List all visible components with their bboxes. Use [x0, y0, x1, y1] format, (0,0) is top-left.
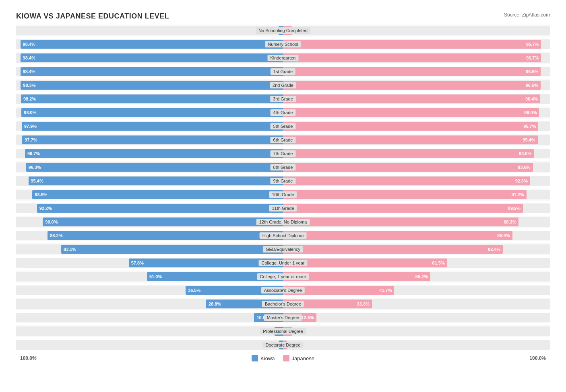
footer-left-value: 100.0% — [20, 355, 37, 361]
right-bar-value: 41.7% — [379, 288, 393, 293]
right-bar-value: 96.0% — [524, 110, 538, 115]
right-bar-value: 1.5% — [288, 343, 298, 347]
left-bar: 92.2% — [37, 204, 283, 213]
legend-japanese: Japanese — [283, 355, 314, 361]
left-bar: 93.9% — [32, 190, 283, 199]
right-bar: 92.6% — [283, 177, 530, 185]
right-bar-value: 33.3% — [357, 302, 371, 306]
left-bar: 95.4% — [29, 177, 283, 185]
chart-container: KIOWA VS JAPANESE EDUCATION LEVEL Source… — [8, 8, 558, 369]
left-bar-value: 92.2% — [38, 206, 52, 211]
right-bar: 33.3% — [283, 300, 372, 308]
left-bar: 88.2% — [48, 231, 283, 240]
bar-row: 51.0%55.2%College, 1 year or more — [16, 271, 550, 283]
right-bar-value: 3.3% — [293, 28, 303, 33]
right-bar-value: 12.5% — [302, 315, 316, 320]
bar-row: 98.4%96.7%Nursery School — [16, 38, 550, 50]
chart-footer: 100.0% Kiowa Japanese 100.0% — [16, 355, 550, 361]
right-bar: 3.5% — [283, 327, 292, 336]
kiowa-label: Kiowa — [260, 355, 275, 361]
left-bar-value: 96.3% — [27, 165, 41, 170]
right-bar-value: 61.5% — [432, 261, 446, 265]
left-bar-value: 98.2% — [22, 96, 36, 101]
left-bar: 98.4% — [21, 53, 283, 62]
bar-row: 3.1%3.5%Professional Degree — [16, 325, 550, 337]
left-bar-value: 1.6% — [267, 28, 277, 33]
left-bar: 83.1% — [61, 245, 283, 254]
legend-kiowa: Kiowa — [252, 355, 275, 361]
bar-row: 83.1%82.4%GED/Equivalency — [16, 243, 550, 255]
right-bar-value: 96.7% — [526, 42, 540, 47]
bar-row: 98.3%96.5%2nd Grade — [16, 79, 550, 91]
left-bar-value: 88.2% — [48, 233, 62, 238]
left-bar-value: 95.4% — [29, 179, 43, 183]
right-bar-value: 96.5% — [526, 83, 540, 88]
right-bar-value: 3.5% — [293, 329, 304, 334]
bar-row: 97.9%95.7%5th Grade — [16, 120, 550, 132]
left-bar-value: 93.9% — [33, 192, 47, 197]
left-bar: 97.7% — [22, 135, 283, 144]
bar-row: 95.4%92.6%9th Grade — [16, 175, 550, 187]
right-bar: 12.5% — [283, 313, 316, 322]
right-bar-value: 96.7% — [526, 55, 540, 60]
bar-row: 96.3%93.6%8th Grade — [16, 161, 550, 173]
chart-area: 1.6%3.3%No Schooling Completed98.4%96.7%… — [16, 25, 550, 351]
bar-row: 28.8%33.3%Bachelor's Degree — [16, 298, 550, 310]
left-bar: 97.9% — [22, 122, 283, 131]
left-bar-value: 98.4% — [21, 55, 35, 60]
right-bar-value: 85.9% — [497, 233, 511, 238]
right-bar-value: 93.6% — [518, 165, 532, 170]
left-bar: 98.4% — [21, 40, 283, 49]
left-bar: 98.4% — [21, 67, 283, 76]
left-bar-value: 1.5% — [268, 343, 278, 347]
bar-row: 98.2%96.4%3rd Grade — [16, 93, 550, 105]
left-bar-value: 98.0% — [22, 110, 36, 115]
right-bar: 95.4% — [283, 135, 538, 144]
right-bar: 41.7% — [283, 286, 394, 295]
right-bar-value: 82.4% — [488, 247, 502, 252]
chart-source: Source: ZipAtlas.com — [504, 12, 550, 18]
left-bar: 98.2% — [21, 94, 283, 103]
left-bar: 1.6% — [279, 26, 283, 35]
right-bar: 96.6% — [283, 67, 541, 76]
bar-row: 97.7%95.4%6th Grade — [16, 134, 550, 146]
left-bar: 51.0% — [147, 272, 283, 281]
right-bar-value: 96.4% — [525, 96, 539, 101]
left-bar-value: 51.0% — [148, 274, 162, 279]
right-bar-value: 95.7% — [523, 124, 537, 129]
left-bar: 1.5% — [279, 341, 283, 349]
left-bar: 3.1% — [275, 327, 283, 336]
bar-row: 98.4%96.7%Kindergarten — [16, 52, 550, 64]
left-bar-value: 28.8% — [207, 302, 221, 306]
bar-row: 88.2%85.9%High School Diploma — [16, 230, 550, 242]
left-bar-value: 90.0% — [43, 220, 58, 224]
left-bar: 10.8% — [254, 313, 283, 322]
left-bar: 36.5% — [186, 286, 283, 295]
japanese-label: Japanese — [292, 355, 314, 361]
left-bar-value: 83.1% — [62, 247, 76, 252]
right-bar-value: 88.3% — [504, 220, 518, 224]
left-bar-value: 97.7% — [23, 138, 37, 142]
right-bar-value: 55.2% — [415, 274, 430, 279]
right-bar: 96.0% — [283, 108, 539, 117]
right-bar: 96.4% — [283, 94, 540, 103]
right-bar: 96.7% — [283, 40, 541, 49]
bar-row: 96.7%94.0%7th Grade — [16, 148, 550, 160]
footer-right-value: 100.0% — [529, 355, 546, 361]
left-bar-value: 10.8% — [255, 315, 269, 320]
left-bar-value: 98.4% — [21, 42, 35, 47]
chart-header: KIOWA VS JAPANESE EDUCATION LEVEL Source… — [16, 12, 550, 21]
left-bar: 96.3% — [26, 163, 283, 172]
right-bar: 61.5% — [283, 259, 447, 267]
japanese-color-swatch — [283, 355, 289, 361]
left-bar-value: 96.7% — [26, 151, 40, 156]
right-bar: 94.0% — [283, 149, 534, 158]
bar-row: 92.2%89.9%11th Grade — [16, 202, 550, 214]
right-bar-value: 92.6% — [515, 179, 529, 183]
bar-row: 36.5%41.7%Associate's Degree — [16, 284, 550, 296]
bar-row: 1.6%3.3%No Schooling Completed — [16, 25, 550, 37]
right-bar-value: 91.2% — [511, 192, 525, 197]
right-bar: 96.5% — [283, 81, 541, 90]
bar-row: 57.8%61.5%College, Under 1 year — [16, 257, 550, 269]
bar-row: 98.0%96.0%4th Grade — [16, 107, 550, 119]
